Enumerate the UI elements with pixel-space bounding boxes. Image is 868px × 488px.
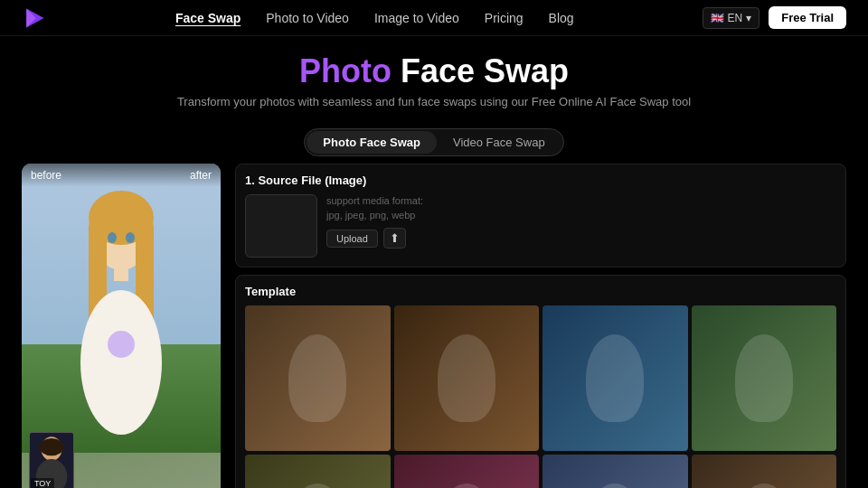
source-upload-icon-button[interactable]: ⬆ [383, 228, 406, 249]
before-label: before [31, 169, 61, 182]
source-upload-btn-row: Upload ⬆ [326, 228, 836, 249]
source-upload-info: support media format:jpg, jpeg, png, web… [326, 194, 836, 249]
template-thumb-1[interactable] [245, 305, 391, 451]
nav-blog[interactable]: Blog [549, 11, 574, 25]
hero-title: Photo Face Swap [0, 52, 868, 89]
template-grid [245, 305, 836, 488]
svg-point-8 [80, 290, 162, 435]
hero-subtitle: Transform your photos with seamless and … [0, 95, 868, 108]
thumbnail-label-text: TOY [31, 478, 54, 488]
template-thumb-8[interactable] [692, 455, 837, 488]
template-thumb-2[interactable] [394, 305, 540, 451]
right-panel: 1. Source File (Image) support media for… [221, 164, 846, 488]
chevron-down-icon: ▾ [746, 12, 751, 24]
source-upload-area: support media format:jpg, jpeg, png, web… [245, 194, 836, 258]
source-format-text: support media format:jpg, jpeg, png, web… [326, 194, 836, 222]
mode-toggle: Photo Face Swap Video Face Swap [304, 128, 563, 156]
nav-links: Face Swap Photo to Video Image to Video … [175, 11, 574, 25]
hero-title-highlight: Photo [299, 52, 392, 89]
nav-right: 🇬🇧 EN ▾ Free Trial [703, 6, 846, 29]
source-file-title: 1. Source File (Image) [245, 174, 836, 187]
nav-face-swap[interactable]: Face Swap [175, 11, 241, 25]
navbar: Face Swap Photo to Video Image to Video … [0, 0, 868, 36]
nav-photo-to-video[interactable]: Photo to Video [266, 11, 349, 25]
logo[interactable] [22, 5, 47, 31]
template-title: Template [245, 285, 836, 298]
video-face-swap-tab[interactable]: Video Face Swap [437, 131, 561, 154]
template-thumb-7[interactable] [542, 455, 688, 488]
template-thumb-3[interactable] [542, 305, 688, 451]
template-thumb-4[interactable] [692, 305, 837, 451]
upload-arrow-icon: ⬆ [390, 231, 400, 245]
svg-point-12 [108, 331, 135, 358]
hero-title-regular: Face Swap [392, 52, 569, 89]
language-selector[interactable]: 🇬🇧 EN ▾ [703, 7, 760, 29]
source-upload-button[interactable]: Upload [326, 230, 378, 248]
after-label: after [190, 169, 212, 182]
svg-point-15 [40, 438, 64, 455]
photo-face-swap-tab[interactable]: Photo Face Swap [307, 131, 437, 154]
preview-panel: before after [22, 164, 221, 488]
source-file-section: 1. Source File (Image) support media for… [235, 164, 846, 267]
preview-labels: before after [22, 164, 221, 187]
main-content: before after [0, 164, 868, 488]
svg-point-11 [126, 232, 135, 243]
lang-label: EN [728, 12, 743, 24]
preview-illustration [22, 164, 221, 453]
hero-section: Photo Face Swap Transform your photos wi… [0, 36, 868, 119]
template-section: Template [235, 275, 846, 488]
source-preview-box [245, 194, 317, 258]
flag-icon: 🇬🇧 [711, 12, 724, 24]
nav-image-to-video[interactable]: Image to Video [374, 11, 459, 25]
svg-rect-9 [114, 263, 128, 281]
nav-pricing[interactable]: Pricing [485, 11, 524, 25]
preview-image-area: TOY [22, 164, 221, 488]
template-thumb-5[interactable] [245, 455, 391, 488]
mode-toggle-row: Photo Face Swap Video Face Swap [0, 128, 868, 156]
free-trial-button[interactable]: Free Trial [769, 6, 846, 29]
template-thumb-6[interactable] [394, 455, 540, 488]
svg-point-10 [108, 232, 117, 243]
